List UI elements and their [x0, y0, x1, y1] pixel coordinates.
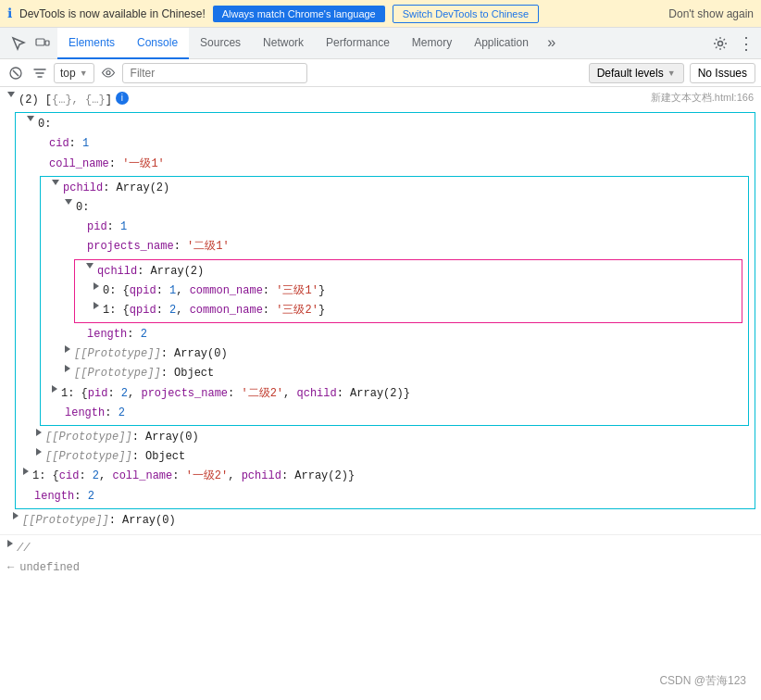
pid-line: pid : 1: [41, 218, 748, 237]
outer-proto-arr: [[Prototype]] : Array(0): [16, 428, 755, 447]
projects-name-line: projects_name : '二级1': [41, 237, 748, 256]
default-levels-label: Default levels: [597, 67, 664, 80]
inspect-icon[interactable]: [7, 32, 30, 55]
top-length: length : 2: [16, 487, 755, 506]
qchild-header: qchild : Array(2): [75, 262, 742, 281]
console-area: 新建文本文档.html:166 (2) [{…}, {…}] i 0: cid …: [0, 87, 761, 700]
cid-line: cid : 1: [16, 134, 755, 154]
svg-point-2: [718, 41, 723, 45]
comment-text: //: [17, 540, 30, 557]
collapse-proto-arr[interactable]: [65, 345, 70, 353]
collapse-outer-proto-arr[interactable]: [36, 429, 42, 436]
expand-qchild[interactable]: [86, 263, 94, 269]
tab-sources[interactable]: Sources: [189, 28, 252, 59]
expand-pchild-0[interactable]: [65, 199, 72, 205]
undefined-value: undefined: [19, 559, 80, 577]
tab-memory[interactable]: Memory: [401, 28, 463, 59]
info-badge: i: [116, 92, 129, 105]
pchild-header: pchild : Array(2): [41, 179, 748, 198]
length-2: length : 2: [41, 404, 748, 423]
array-summary: (2) [: [19, 92, 52, 109]
clear-console-icon[interactable]: [6, 63, 26, 83]
dont-show-link[interactable]: Don't show again: [668, 7, 754, 20]
tab-performance[interactable]: Performance: [315, 28, 401, 59]
result-arrow: ←: [7, 559, 14, 577]
match-language-button[interactable]: Always match Chrome's language: [213, 6, 385, 22]
tab-console[interactable]: Console: [126, 28, 189, 59]
collapse-1[interactable]: [23, 468, 29, 475]
qchild-0: 0: { qpid : 1 , common_name : '三级1' }: [75, 281, 742, 301]
pchild-0: 0:: [41, 198, 748, 218]
collapse-qchild-1[interactable]: [94, 302, 99, 309]
collapse-outer-proto-obj[interactable]: [36, 448, 42, 456]
more-tabs-icon[interactable]: »: [540, 35, 564, 52]
default-levels-arrow: ▼: [667, 69, 676, 78]
prototype-obj: [[Prototype]] : Object: [41, 364, 748, 383]
tab-network[interactable]: Network: [252, 28, 315, 59]
info-bar: ℹ DevTools is now available in Chinese! …: [0, 0, 761, 28]
switch-devtools-button[interactable]: Switch DevTools to Chinese: [393, 5, 539, 23]
context-label: top: [60, 67, 76, 80]
collapse-pchild-1[interactable]: [52, 385, 57, 393]
index-1-summary: 1: { cid : 2 , coll_name : '一级2' , pchil…: [16, 467, 755, 486]
outer-teal-box: 0: cid : 1 coll_name : '一级1' pchild : Ar…: [15, 112, 755, 509]
info-message: DevTools is now available in Chinese!: [19, 7, 206, 20]
console-line: (2) [{…}, {…}] i: [0, 91, 761, 110]
undefined-line: ← undefined: [0, 558, 761, 578]
info-icon: ℹ: [7, 6, 12, 21]
pchild-length: length : 2: [41, 325, 748, 344]
eye-icon[interactable]: [98, 63, 119, 83]
settings-icon[interactable]: [709, 32, 731, 55]
watermark: CSDN @苦海123: [659, 673, 746, 689]
pchild-1-summary: 1: { pid : 2 , projects_name : '二级2' , q…: [41, 384, 748, 404]
top-proto-arr: [[Prototype]] : Array(0): [0, 511, 761, 531]
default-levels-button[interactable]: Default levels ▼: [589, 63, 684, 83]
comment-line: //: [0, 539, 761, 558]
expand-pchild[interactable]: [52, 180, 59, 185]
collapse-proto-obj[interactable]: [65, 365, 70, 372]
source-link[interactable]: 新建文本文档.html:166: [651, 91, 754, 105]
default-levels-area: Default levels ▼ No Issues: [589, 63, 755, 83]
tab-bar-left: [4, 32, 57, 55]
qchild-1: 1: { qpid : 2 , common_name : '三级2' }: [75, 301, 742, 320]
console-divider: [0, 534, 761, 535]
expand-0[interactable]: [27, 116, 34, 121]
filter-input[interactable]: [122, 63, 307, 83]
context-dropdown-arrow: ▼: [80, 69, 88, 78]
collapse-comment[interactable]: [7, 540, 13, 547]
svg-line-4: [13, 70, 19, 76]
no-issues-label: No Issues: [698, 67, 747, 80]
prototype-array: [[Prototype]] : Array(0): [41, 344, 748, 364]
collapse-qchild-0[interactable]: [94, 282, 99, 290]
expand-arrow[interactable]: [7, 92, 15, 97]
coll-name-line: coll_name : '一级1': [16, 155, 755, 174]
context-selector[interactable]: top ▼: [54, 63, 94, 83]
no-issues-button[interactable]: No Issues: [690, 63, 755, 83]
obj-summary1: {…}, {…}: [52, 92, 106, 109]
tab-elements[interactable]: Elements: [57, 28, 126, 59]
svg-rect-0: [36, 39, 44, 45]
index-0: 0:: [16, 115, 755, 134]
toolbar: top ▼ Default levels ▼ No Issues: [0, 59, 761, 87]
qchild-box: qchild : Array(2) 0: { qpid : 1 , common…: [74, 259, 742, 324]
pchild-box: pchild : Array(2) 0: pid : 1 projects_na…: [40, 176, 749, 426]
collapse-top-proto-arr[interactable]: [13, 512, 19, 519]
svg-rect-1: [45, 41, 49, 45]
console-settings-icon[interactable]: [30, 63, 50, 83]
device-toggle-icon[interactable]: [31, 32, 54, 55]
tab-application[interactable]: Application: [463, 28, 540, 59]
outer-proto-obj: [[Prototype]] : Object: [16, 447, 755, 467]
svg-point-5: [106, 71, 110, 75]
tab-bar: Elements Console Sources Network Perform…: [0, 28, 761, 59]
more-options-icon[interactable]: ⋮: [735, 32, 757, 55]
tab-bar-right: ⋮: [709, 32, 757, 55]
